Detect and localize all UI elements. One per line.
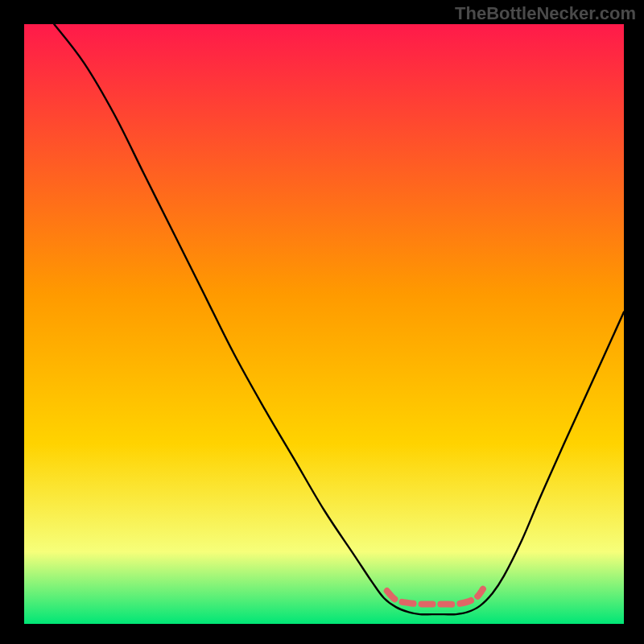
chart-container: TheBottleNecker.com (0, 0, 644, 644)
bottleneck-chart (0, 0, 644, 644)
watermark-text: TheBottleNecker.com (455, 3, 636, 24)
